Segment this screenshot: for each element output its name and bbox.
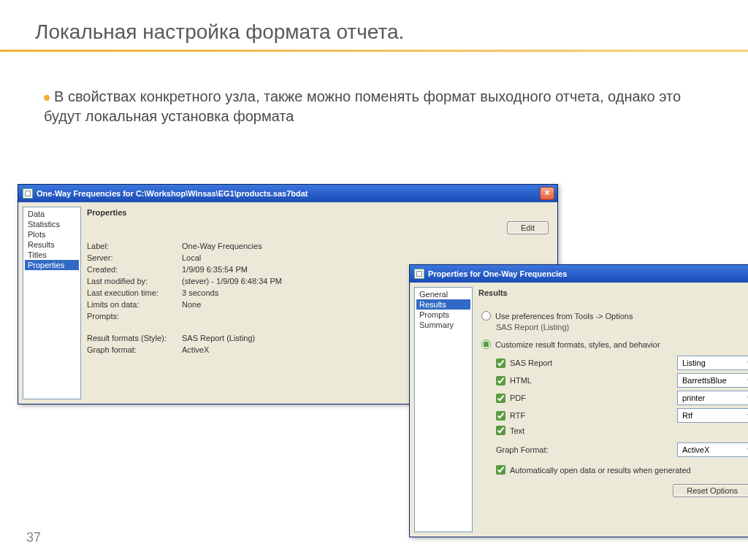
close-icon[interactable]: × (540, 187, 554, 200)
format-checkbox[interactable] (496, 426, 505, 435)
edit-button[interactable]: Edit (507, 221, 549, 234)
property-value: Local (182, 253, 549, 262)
property-label: Last execution time: (87, 288, 182, 297)
radio-label: Customize result formats, styles, and be… (495, 340, 660, 349)
sidebar-item-statistics[interactable]: Statistics (25, 219, 79, 229)
property-row: Label:One-Way Frequencies (87, 240, 549, 252)
sidebar: DataStatisticsPlotsResultsTitlesProperti… (23, 207, 81, 399)
bullet-text: В свойствах конкретного узла, также можн… (44, 88, 681, 124)
window-icon (414, 269, 424, 279)
format-row-sas-report: SAS ReportListing (478, 354, 748, 372)
dialog-properties-owf: Properties for One-Way Frequencies Gener… (409, 264, 748, 537)
format-row-pdf: PDFprinter (478, 389, 748, 407)
format-row-html: HTMLBarrettsBlue (478, 372, 748, 389)
slide-title: Локальная настройка формата отчета. (0, 0, 748, 50)
property-label: Graph format: (87, 345, 182, 354)
auto-open-checkbox[interactable] (496, 465, 505, 475)
format-row-rtf: RTFRtf (478, 407, 748, 424)
format-label: RTF (510, 411, 525, 420)
sidebar-item-results[interactable]: Results (25, 239, 79, 250)
radio-customize[interactable]: Customize result formats, styles, and be… (478, 337, 748, 351)
sidebar-item-data[interactable]: Data (25, 209, 79, 219)
panel-header: Results (478, 287, 748, 304)
sidebar-item-general[interactable]: General (416, 289, 470, 299)
sidebar-item-titles[interactable]: Titles (25, 250, 79, 260)
radio-use-preferences[interactable]: Use preferences from Tools -> Options (478, 309, 748, 323)
graph-format-combo[interactable]: ActiveX (677, 442, 748, 457)
bullet-icon (44, 95, 50, 101)
format-combo[interactable]: BarrettsBlue (677, 373, 748, 388)
property-label: Created: (87, 265, 182, 274)
sidebar-item-plots[interactable]: Plots (25, 229, 79, 239)
property-label: Limits on data: (87, 300, 182, 309)
page-number: 37 (26, 530, 41, 545)
content-panel: Results Use preferences from Tools -> Op… (478, 287, 748, 532)
sidebar-item-prompts[interactable]: Prompts (416, 310, 470, 320)
sidebar: GeneralResultsPromptsSummary (414, 287, 473, 532)
titlebar[interactable]: One-Way Frequencies for C:\Workshop\Wins… (18, 185, 557, 202)
window-icon (23, 188, 33, 199)
titlebar[interactable]: Properties for One-Way Frequencies (410, 265, 748, 283)
window-title: One-Way Frequencies for C:\Workshop\Wins… (37, 189, 540, 198)
format-checkbox[interactable] (496, 394, 505, 403)
format-checkbox[interactable] (496, 358, 505, 368)
panel-header: Properties (87, 207, 549, 224)
format-label: PDF (510, 394, 526, 402)
graph-format-label: Graph Format: (493, 445, 677, 454)
format-label: SAS Report (510, 358, 552, 367)
format-label: HTML (510, 376, 532, 385)
format-checkbox[interactable] (496, 376, 505, 386)
sidebar-item-summary[interactable]: Summary (416, 320, 470, 330)
sidebar-item-results[interactable]: Results (416, 299, 470, 310)
property-value: One-Way Frequencies (182, 242, 549, 250)
radio-sub-text: SAS Report (Listing) (478, 323, 748, 331)
property-label: Label: (87, 242, 182, 250)
property-label: Last modified by: (87, 277, 182, 285)
property-label: Server: (87, 253, 182, 262)
sidebar-item-properties[interactable]: Properties (25, 260, 79, 270)
title-rule (0, 50, 748, 52)
window-title: Properties for One-Way Frequencies (428, 269, 748, 278)
format-row-text: Text (478, 424, 748, 437)
bullet-paragraph: В свойствах конкретного узла, также можн… (0, 69, 748, 126)
property-label: Prompts: (87, 312, 182, 321)
auto-open-label: Automatically open data or results when … (510, 466, 691, 475)
format-combo[interactable]: printer (677, 391, 748, 405)
radio-input[interactable] (481, 340, 491, 349)
radio-input[interactable] (481, 311, 491, 321)
property-row: Server:Local (87, 252, 549, 264)
reset-button[interactable]: Reset Options (673, 484, 748, 497)
format-combo[interactable]: Listing (677, 356, 748, 370)
graph-format-row: Graph Format: ActiveX (478, 441, 748, 459)
auto-open-row[interactable]: Automatically open data or results when … (478, 463, 748, 477)
property-label: Result formats (Style): (87, 334, 182, 342)
dialog-body: GeneralResultsPromptsSummary Results Use… (410, 283, 748, 537)
radio-label: Use preferences from Tools -> Options (495, 312, 633, 321)
format-combo[interactable]: Rtf (677, 408, 748, 423)
format-checkbox[interactable] (496, 411, 505, 421)
format-label: Text (510, 426, 524, 435)
